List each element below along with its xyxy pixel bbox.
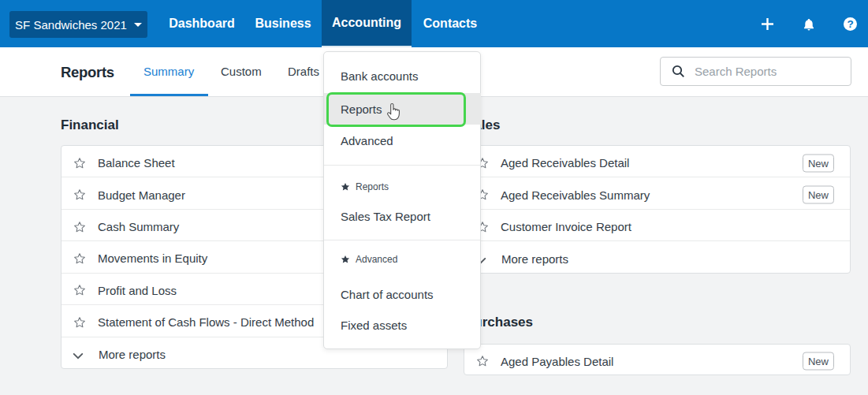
- svg-text:?: ?: [847, 18, 853, 30]
